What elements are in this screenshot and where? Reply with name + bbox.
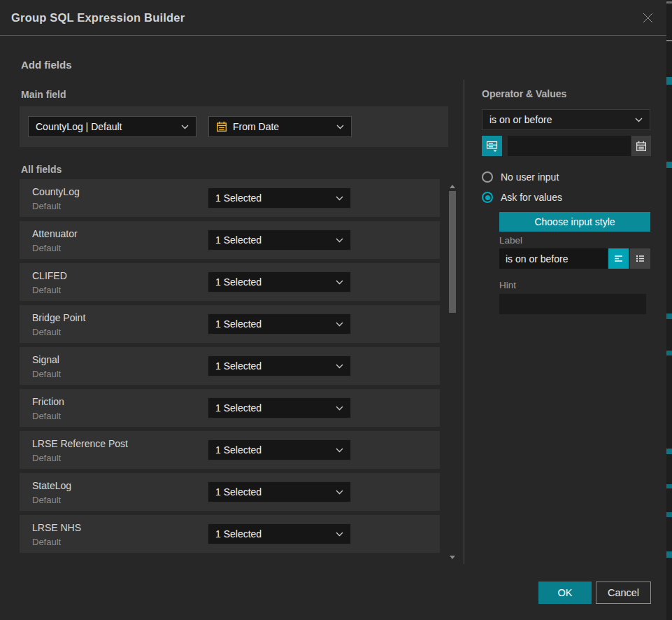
field-name: StateLog [32,480,71,491]
cancel-button[interactable]: Cancel [596,582,651,604]
field-subtitle: Default [32,537,61,547]
field-row: Signal Default 1 Selected [20,347,440,385]
field-name: Friction [32,396,64,407]
field-subtitle: Default [32,495,61,505]
field-values-dropdown[interactable]: 1 Selected [208,397,351,418]
field-values-dropdown-value: 1 Selected [215,402,262,414]
chevron-down-icon [336,490,343,495]
field-name: Bridge Point [32,312,85,323]
field-subtitle: Default [32,369,61,379]
field-name: CountyLog [32,186,80,197]
background-fragment [666,551,672,558]
field-subtitle: Default [32,411,61,421]
field-values-dropdown[interactable]: 1 Selected [208,230,351,251]
value-list-button[interactable] [482,136,502,156]
field-values-dropdown[interactable]: 1 Selected [208,313,351,334]
no-user-input-radio[interactable]: No user input [482,171,559,183]
chevron-down-icon [336,364,343,369]
dialog-title: Group SQL Expression Builder [11,11,185,24]
text-input-style-icon [613,253,624,265]
field-values-dropdown[interactable]: 1 Selected [208,481,351,502]
layer-dropdown-value: CountyLog | Default [36,121,122,132]
field-values-dropdown-value: 1 Selected [215,276,262,288]
field-row: Bridge Point Default 1 Selected [20,305,440,343]
field-row: CountyLog Default 1 Selected [20,179,440,217]
radio-on-icon [482,192,493,203]
background-fragment [666,313,672,319]
hint-caption: Hint [499,280,516,290]
field-subtitle: Default [32,243,61,253]
field-values-dropdown-value: 1 Selected [215,444,262,456]
field-values-dropdown[interactable]: 1 Selected [208,523,351,544]
background-fragment [666,1,672,3]
background-fragment [666,484,672,488]
calendar-icon [216,121,227,132]
ask-for-values-label: Ask for values [501,192,562,203]
scroll-down-arrow-icon[interactable] [450,556,455,559]
chevron-down-icon [336,125,344,129]
group-sql-expression-builder-dialog: Group SQL Expression Builder Add fields … [0,0,666,620]
chevron-down-icon [336,532,343,537]
field-name: CLIFED [32,270,67,281]
ask-for-values-radio[interactable]: Ask for values [482,192,562,203]
chevron-down-icon [336,238,343,243]
field-name: LRSE NHS [32,522,81,533]
chevron-down-icon [635,118,643,122]
hint-input[interactable] [499,294,646,314]
field-name: Attenuator [32,228,78,239]
main-field-heading: Main field [21,89,66,100]
chevron-down-icon [336,448,343,453]
text-style-toggle[interactable] [608,248,629,269]
field-dropdown-value: From Date [233,121,279,132]
field-subtitle: Default [32,201,61,211]
field-row: StateLog Default 1 Selected [20,473,440,511]
close-icon [642,12,654,24]
chevron-down-icon [336,406,343,411]
field-values-dropdown[interactable]: 1 Selected [208,355,351,376]
field-values-dropdown[interactable]: 1 Selected [208,188,351,209]
operator-dropdown[interactable]: is on or before [482,109,650,130]
label-caption: Label [499,235,522,246]
all-fields-list: CountyLog Default 1 Selected Attenuator … [20,179,440,557]
background-fragment [666,351,672,355]
background-fragment [666,162,672,168]
all-fields-scrollbar[interactable] [448,179,457,561]
main-field-panel: CountyLog | Default From Date [20,106,448,147]
background-fragment [666,77,672,85]
field-row: LRSE NHS Default 1 Selected [20,515,440,553]
list-input-style-icon [634,253,646,265]
field-dropdown[interactable]: From Date [208,116,352,137]
field-subtitle: Default [32,453,61,463]
layer-dropdown[interactable]: CountyLog | Default [28,116,196,137]
value-list-icon [485,139,499,153]
field-values-dropdown-value: 1 Selected [215,192,262,204]
background-fragment [666,449,672,454]
list-style-toggle[interactable] [630,248,650,269]
ok-button[interactable]: OK [538,582,592,604]
chevron-down-icon [336,196,343,201]
field-name: LRSE Reference Post [32,438,128,449]
scroll-up-arrow-icon[interactable] [450,185,455,188]
operator-values-heading: Operator & Values [482,88,566,99]
chevron-down-icon [336,322,343,327]
date-picker-button[interactable] [631,136,651,156]
date-value-input[interactable] [508,136,631,156]
field-values-dropdown-value: 1 Selected [215,318,262,330]
field-name: Signal [32,354,59,365]
field-values-dropdown-value: 1 Selected [215,360,262,372]
background-fragment [666,40,672,41]
no-user-input-label: No user input [501,171,559,183]
field-row: LRSE Reference Post Default 1 Selected [20,431,440,469]
scrollbar-thumb[interactable] [449,191,456,313]
dialog-header: Group SQL Expression Builder [0,0,666,36]
field-values-dropdown-value: 1 Selected [215,234,262,246]
field-values-dropdown-value: 1 Selected [215,486,262,498]
field-values-dropdown[interactable]: 1 Selected [208,272,351,293]
field-row: CLIFED Default 1 Selected [20,263,440,301]
field-row: Friction Default 1 Selected [20,389,440,427]
label-input[interactable] [499,248,608,269]
choose-input-style-button[interactable]: Choose input style [499,212,650,232]
field-values-dropdown[interactable]: 1 Selected [208,439,351,460]
field-row: Attenuator Default 1 Selected [20,221,440,259]
close-button[interactable] [638,8,657,27]
